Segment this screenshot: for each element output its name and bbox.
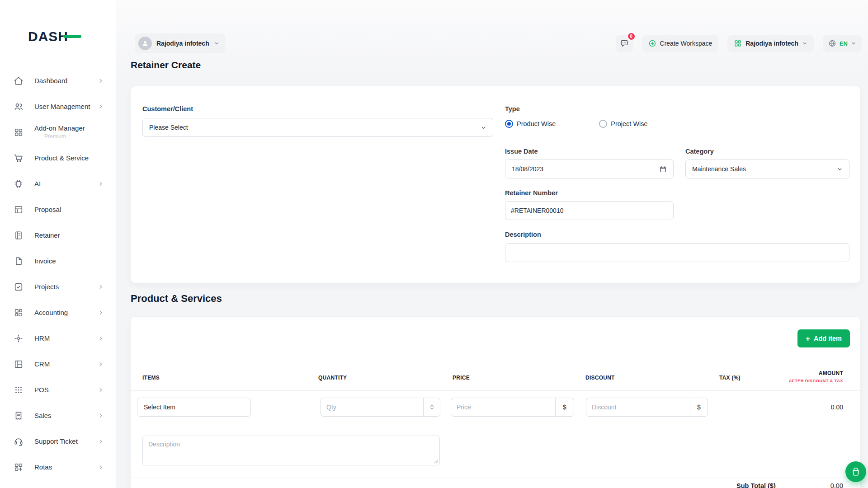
home-icon	[14, 76, 24, 86]
category-select[interactable]: Maintenance Sales	[685, 160, 849, 178]
price-group: $	[451, 398, 574, 417]
type-radio-group: Product Wise Project Wise	[505, 120, 648, 128]
sidebar-item-proposal[interactable]: Proposal	[0, 197, 116, 222]
column-items: ITEMS	[142, 375, 160, 381]
sidebar-item-label: Sales	[34, 412, 98, 419]
chevron-down-icon	[851, 41, 856, 46]
chat-icon	[620, 39, 629, 48]
sidebar-item-label: Add-on Manager Premium	[34, 124, 104, 140]
chat-button[interactable]: 0	[616, 35, 633, 52]
issue-date-value: 18/08/2023	[512, 165, 543, 173]
users-icon	[14, 102, 24, 112]
discount-input[interactable]	[586, 398, 690, 417]
crm-layout-icon	[14, 359, 24, 369]
customer-select[interactable]: Please Select	[142, 118, 493, 137]
radio-dot	[599, 120, 607, 128]
workspace-name: Rajodiya infotech	[156, 40, 209, 47]
price-input[interactable]	[451, 398, 555, 417]
retainer-form-card: Customer/Client Please Select Type Produ…	[130, 86, 861, 283]
plus-icon: +	[806, 335, 810, 343]
chevron-right-icon	[98, 78, 104, 84]
chevron-right-icon	[98, 181, 104, 187]
sidebar-item-label: CRM	[34, 360, 98, 368]
sidebar-item-custom-field[interactable]: Custom Field	[0, 480, 116, 488]
topbar-actions: 0 Create Workspace Rajodiya infotech EN	[616, 35, 862, 52]
shopping-bag-icon	[851, 467, 861, 477]
totals-divider	[131, 478, 860, 478]
calendar-icon	[659, 165, 667, 173]
sidebar-item-dashboard[interactable]: Dashboard	[0, 68, 116, 94]
cart-icon	[14, 153, 24, 163]
sidebar-item-label: Retainer	[34, 231, 104, 239]
sidebar-item-sales[interactable]: Sales	[0, 403, 116, 428]
app-logo-text: DASH	[28, 29, 68, 44]
items-card: + Add item ITEMS QUANTITY PRICE DISCOUNT…	[130, 316, 861, 488]
radio-product-wise[interactable]: Product Wise	[505, 120, 556, 128]
retainer-number-input[interactable]	[505, 201, 674, 220]
sidebar-item-user-management[interactable]: User Management	[0, 94, 116, 119]
sidebar-item-hrm[interactable]: HRM	[0, 325, 116, 351]
sidebar-item-ai[interactable]: AI	[0, 171, 116, 197]
workspace-selector[interactable]: Rajodiya infotech	[135, 33, 226, 53]
company-selector[interactable]: Rajodiya infotech	[727, 35, 814, 52]
workspace-avatar	[138, 37, 152, 50]
sidebar-item-product-service[interactable]: Product & Service	[0, 145, 116, 171]
resize-handle-icon[interactable]	[434, 459, 439, 464]
cart-fab-button[interactable]	[845, 461, 866, 482]
customer-select-value: Please Select	[149, 124, 188, 131]
chevron-down-icon	[481, 125, 486, 131]
sidebar-item-pos[interactable]: POS	[0, 377, 116, 403]
chevron-down-icon	[214, 41, 219, 46]
sidebar-item-support-ticket[interactable]: Support Ticket	[0, 428, 116, 454]
chevron-right-icon	[98, 438, 104, 445]
company-name: Rajodiya infotech	[745, 40, 798, 47]
sidebar-item-label: HRM	[34, 334, 98, 342]
retainer-book-icon	[14, 230, 24, 240]
description-input[interactable]	[505, 243, 849, 262]
sidebar-item-retainer[interactable]: Retainer	[0, 222, 116, 248]
chevron-right-icon	[98, 310, 104, 316]
hrm-focus-icon	[14, 333, 24, 343]
sidebar-item-accounting[interactable]: Accounting	[0, 300, 116, 325]
subtotal-value: 0.00	[830, 482, 843, 488]
create-workspace-button[interactable]: Create Workspace	[642, 35, 719, 52]
item-description-wrap	[142, 436, 440, 465]
sales-receipt-icon	[14, 411, 24, 421]
language-selector[interactable]: EN	[823, 35, 862, 52]
select-item-dropdown[interactable]: Select Item	[137, 398, 251, 417]
sidebar-item-invoice[interactable]: Invoice	[0, 248, 116, 274]
chevron-right-icon	[98, 361, 104, 367]
radio-project-wise[interactable]: Project Wise	[599, 120, 647, 128]
chevron-right-icon	[98, 387, 104, 393]
app-logo[interactable]: DASH	[28, 29, 68, 44]
sidebar-item-crm[interactable]: CRM	[0, 351, 116, 377]
globe-icon	[828, 39, 836, 47]
sidebar-item-addon-manager[interactable]: Add-on Manager Premium	[0, 119, 116, 145]
sidebar-item-projects[interactable]: Projects	[0, 274, 116, 300]
sidebar-item-label: Dashboard	[34, 77, 98, 84]
sidebar-item-label: Accounting	[34, 309, 98, 316]
sidebar-item-rotas[interactable]: Rotas	[0, 454, 116, 480]
items-section-title: Product & Services	[131, 293, 222, 305]
quantity-input[interactable]	[321, 398, 423, 417]
sidebar-item-label: AI	[34, 180, 98, 188]
add-item-button[interactable]: + Add item	[797, 329, 850, 347]
logo-dash-bar	[63, 35, 81, 38]
addon-grid-icon	[14, 127, 24, 137]
subtotal-label: Sub Total ($)	[736, 482, 776, 488]
chevron-right-icon	[98, 103, 104, 110]
stepper-arrows-icon	[430, 404, 434, 410]
item-description-textarea[interactable]	[142, 436, 440, 465]
customer-label: Customer/Client	[142, 105, 193, 113]
sidebar-item-label: Support Ticket	[34, 437, 98, 445]
chevron-down-icon	[802, 41, 807, 46]
projects-check-icon	[14, 282, 24, 292]
ai-chip-icon	[14, 179, 24, 189]
language-code: EN	[840, 40, 848, 47]
column-discount: DISCOUNT	[585, 375, 615, 381]
sidebar-item-label: Product & Service	[34, 154, 104, 162]
issue-date-input[interactable]: 18/08/2023	[505, 160, 674, 178]
sidebar-item-label: Invoice	[34, 257, 104, 265]
quantity-stepper[interactable]	[423, 398, 440, 417]
retainer-number-label: Retainer Number	[505, 189, 558, 197]
